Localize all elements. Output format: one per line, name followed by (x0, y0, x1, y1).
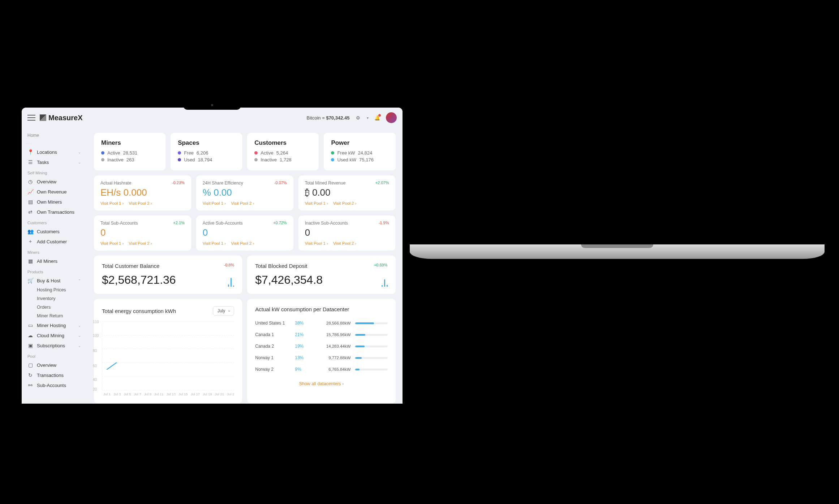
metric-value: 0 (100, 227, 185, 238)
dc-bar (355, 322, 388, 324)
visit-pool-2-link[interactable]: Visit Pool 2 › (333, 201, 356, 205)
chevron-down-icon: ⌄ (78, 323, 81, 327)
dot-icon (254, 158, 258, 161)
metric-value: 0 (203, 227, 287, 238)
metric-delta: -0.07% (274, 181, 287, 185)
sidebar-sub-orders[interactable]: Orders (22, 303, 87, 312)
logo-mark-icon (40, 114, 46, 121)
big-label: Total Customer Balance (102, 263, 234, 269)
dc-name: United States 1 (255, 321, 295, 326)
sparkline-icon (382, 276, 388, 287)
dc-pct: 38% (295, 321, 309, 326)
chevron-down-icon: ⌄ (78, 334, 81, 338)
stat-inactive: Inactive 1,728 (254, 157, 311, 162)
sidebar-item-customers[interactable]: 👥Customers (22, 226, 87, 236)
card-title: Miners (101, 139, 158, 147)
dc-val: 28,566.88kW (309, 321, 355, 325)
menu-toggle-button[interactable] (27, 115, 35, 121)
dc-bar (355, 334, 388, 336)
chart-title: Actual kW consumption per Datacenter (255, 306, 387, 312)
dc-val: 9,772.88kW (309, 356, 355, 360)
balance-blocked-card: Total Blocked Deposit +0.69% $7,426,354.… (247, 256, 395, 294)
visit-pool-2-link[interactable]: Visit Pool 2 › (129, 241, 152, 246)
dot-icon (254, 151, 258, 155)
sidebar-item-own-revenue[interactable]: 📈Own Revenue (22, 187, 87, 197)
visit-pool-1-link[interactable]: Visit Pool 1 › (203, 241, 226, 246)
visit-pool-2-link[interactable]: Visit Pool 2 › (231, 241, 254, 246)
svg-line-0 (107, 362, 117, 370)
chevron-down-icon[interactable]: ▾ (367, 116, 369, 120)
y-tick: 20 (93, 387, 97, 391)
metric-value: ₿ 0.00 (305, 187, 389, 198)
big-label: Total Blocked Deposit (255, 263, 387, 269)
sidebar-item-add-customer[interactable]: ＋Add Customer (22, 236, 87, 247)
dc-pct: 13% (295, 355, 309, 360)
sidebar-item-own-transactions[interactable]: ⇄Own Transactions (22, 207, 87, 217)
visit-pool-1-link[interactable]: Visit Pool 1 › (100, 201, 124, 205)
stat-active: Active 5,264 (254, 150, 311, 156)
sidebar-sub-inventory[interactable]: Inventory (22, 294, 87, 303)
show-all-link[interactable]: Show all datacenters › (299, 381, 344, 386)
metric-delta: -0.23% (172, 181, 185, 185)
card-title: Power (331, 139, 388, 147)
stat-free: Free kW 24,824 (331, 150, 388, 156)
metric-delta: +2.07% (375, 181, 389, 185)
dot-icon (178, 151, 181, 155)
sidebar-section-customers: Customers (22, 217, 87, 226)
sidebar-sub-miner-return[interactable]: Miner Return (22, 312, 87, 320)
ticker: Bitcoin = $70,342.45 (307, 115, 350, 121)
transfer-icon: ⇄ (27, 209, 33, 215)
sidebar-section-pool: Pool (22, 351, 87, 360)
sidebar-item-tasks[interactable]: ☰Tasks⌄ (22, 157, 87, 167)
users-icon: 👥 (27, 229, 33, 234)
sidebar-item-pool-overview[interactable]: ▢Overview (22, 360, 87, 370)
visit-pool-1-link[interactable]: Visit Pool 1 › (305, 201, 328, 205)
metric-share-efficiency: 24H Share Efficiency -0.07% % 0.00 Visit… (196, 175, 293, 210)
metric-delta: +2.1% (173, 221, 185, 225)
y-tick: 40 (93, 378, 97, 382)
metric-label: Total Sub-Accounts (100, 221, 185, 226)
visit-pool-2-link[interactable]: Visit Pool 2 › (231, 201, 254, 205)
main-content: Miners Active 28,531 Inactive 263 Spaces… (87, 128, 403, 404)
notifications-icon[interactable]: 🔔 (374, 114, 381, 121)
visit-pool-1-link[interactable]: Visit Pool 1 › (305, 241, 328, 246)
metric-delta: +0.72% (273, 221, 287, 225)
location-icon: 📍 (27, 149, 33, 155)
sidebar-item-buy-host[interactable]: 🛒Buy & Host⌃ (22, 275, 87, 286)
summary-card-spaces: Spaces Free 6,206 Used 18,794 (171, 133, 242, 170)
sidebar-item-miner-hosting[interactable]: ▭Miner Hosting⌄ (22, 320, 87, 330)
sidebar-section-self-mining: Self Mining (22, 167, 87, 177)
sidebar-item-all-miners[interactable]: ▦All Miners (22, 256, 87, 266)
summary-card-power: Power Free kW 24,824 Used kW 75,176 (324, 133, 395, 170)
sidebar-home[interactable]: Home (22, 131, 87, 140)
sidebar-item-overview[interactable]: ◷Overview (22, 177, 87, 187)
sidebar-item-cloud-mining[interactable]: ☁Cloud Mining⌄ (22, 330, 87, 340)
user-plus-icon: ＋ (27, 239, 33, 244)
settings-icon[interactable]: ⚙ (354, 114, 362, 121)
visit-pool-2-link[interactable]: Visit Pool 2 › (129, 201, 152, 205)
sidebar-item-own-miners[interactable]: ▤Own Miners (22, 197, 87, 207)
datacenter-card: Actual kW consumption per Datacenter Uni… (247, 299, 395, 403)
user-avatar[interactable] (386, 112, 397, 123)
big-value: $2,568,721.36 (102, 273, 234, 287)
dc-name: Canada 1 (255, 332, 295, 337)
gauge-icon: ◷ (27, 179, 33, 184)
line-chart: 110 100 80 60 40 20 (102, 321, 234, 390)
month-select[interactable]: July (213, 306, 234, 316)
sidebar-sub-hosting-prices[interactable]: Hosting Prices (22, 286, 87, 294)
sidebar-item-subscriptions[interactable]: ▣Subscriptions⌄ (22, 340, 87, 351)
brand-logo[interactable]: MeasureX (40, 114, 83, 122)
sidebar-item-locations[interactable]: 📍Locations⌄ (22, 147, 87, 157)
sidebar-item-sub-accounts[interactable]: ⚯Sub-Accounts (22, 380, 87, 390)
visit-pool-1-link[interactable]: Visit Pool 1 › (100, 241, 124, 246)
stat-used: Used 18,794 (178, 157, 235, 162)
big-delta: +0.69% (374, 263, 388, 267)
visit-pool-1-link[interactable]: Visit Pool 1 › (203, 201, 226, 205)
sidebar-item-pool-transactions[interactable]: ↻Transactions (22, 370, 87, 380)
visit-pool-2-link[interactable]: Visit Pool 2 › (333, 241, 356, 246)
chevron-down-icon: ⌄ (78, 160, 81, 164)
chart-line-icon (107, 362, 117, 370)
metric-label: Inactive Sub-Accounts (305, 221, 389, 226)
topbar: MeasureX Bitcoin = $70,342.45 ⚙▾ 🔔 (22, 108, 403, 128)
accounts-icon: ⚯ (27, 382, 33, 388)
